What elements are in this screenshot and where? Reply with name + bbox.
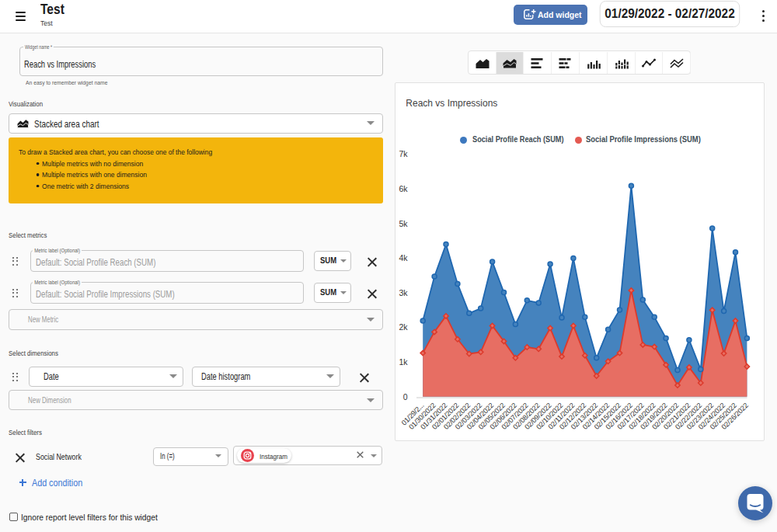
svg-text:3k: 3k: [399, 288, 408, 297]
svg-text:4k: 4k: [399, 253, 408, 263]
svg-text:0: 0: [403, 392, 408, 402]
svg-text:1k: 1k: [399, 357, 408, 367]
svg-text:6k: 6k: [399, 184, 408, 193]
svg-text:2k: 2k: [399, 322, 408, 332]
svg-text:7k: 7k: [399, 149, 408, 158]
svg-text:5k: 5k: [399, 219, 408, 228]
